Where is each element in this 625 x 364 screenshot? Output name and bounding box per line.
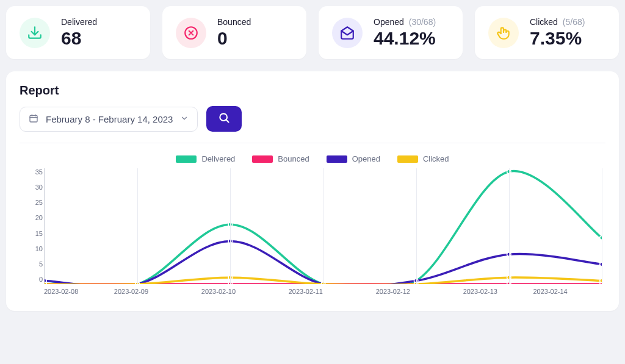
y-tick: 10 [22,245,43,252]
x-tick: 2023-02-14 [533,288,567,295]
y-tick: 15 [22,230,43,237]
search-button[interactable] [206,106,242,132]
stat-opened-label-text: Opened [374,17,404,27]
legend-label-clicked: Clicked [423,154,449,163]
stat-opened-label: Opened (30/68) [374,17,436,27]
x-tick: 2023-02-13 [463,288,497,295]
legend-swatch-bounced [252,155,273,163]
x-tick: 2023-02-10 [201,288,236,295]
stat-card-opened: Opened (30/68) 44.12% [319,6,463,59]
controls-row: February 8 - February 14, 2023 [20,106,605,143]
stat-clicked-label-text: Clicked [530,17,558,27]
stat-opened-paren: (30/68) [409,17,436,27]
calendar-icon [29,113,38,125]
search-icon [218,112,230,126]
gridline [509,168,510,284]
legend-item-clicked[interactable]: Clicked [397,154,449,163]
date-range-text: February 8 - February 14, 2023 [46,114,173,124]
chart-plot [44,168,602,284]
y-axis: 35302520151050 [22,168,43,283]
data-point [45,282,46,284]
legend-label-opened: Opened [352,154,380,163]
x-axis: 2023-02-082023-02-092023-02-102023-02-11… [44,288,602,295]
gridline [323,168,324,284]
chart-legend: Delivered Bounced Opened Clicked [20,154,605,163]
gridline [230,168,231,284]
stat-bounced-value: 0 [217,28,251,48]
legend-swatch-opened [327,155,347,163]
stat-clicked-paren: (5/68) [563,17,585,27]
opened-icon [332,18,363,48]
report-title: Report [20,84,605,98]
x-tick: 2023-02-12 [376,288,410,295]
y-tick: 25 [22,199,43,206]
y-tick: 35 [22,168,43,176]
stat-bounced-label: Bounced [217,17,251,27]
legend-item-delivered[interactable]: Delivered [176,154,235,163]
clicked-icon [488,18,519,48]
x-tick: 2023-02-11 [289,288,323,295]
stat-delivered-label: Delivered [61,17,97,27]
gridline [602,168,602,284]
y-tick: 30 [22,184,43,191]
bounced-icon [176,18,206,48]
chart-area: 35302520151050 2023-02-082023-02-092023-… [44,168,602,295]
x-tick: 2023-02-09 [114,288,148,295]
stat-clicked-label: Clicked (5/68) [530,17,585,27]
delivered-icon [20,18,50,48]
legend-label-delivered: Delivered [201,154,235,163]
date-range-picker[interactable]: February 8 - February 14, 2023 [20,107,198,132]
chart: Delivered Bounced Opened Clicked 3530252… [20,154,605,295]
stat-card-clicked: Clicked (5/68) 7.35% [475,6,619,59]
stats-row: Delivered 68 Bounced 0 Opened (30/68) 44… [0,0,625,65]
stat-card-delivered: Delivered 68 [6,6,150,59]
y-tick: 20 [22,214,43,221]
report-card: Report February 8 - February 14, 2023 De… [6,71,619,311]
gridline [137,168,138,284]
chevron-down-icon [180,114,189,124]
stat-clicked-value: 7.35% [530,28,585,48]
y-tick: 5 [22,260,43,268]
stat-delivered-value: 68 [61,28,97,48]
stat-opened-value: 44.12% [374,28,436,48]
legend-item-bounced[interactable]: Bounced [252,154,309,163]
legend-label-bounced: Bounced [278,154,309,163]
stat-card-bounced: Bounced 0 [162,6,306,59]
y-tick: 0 [22,276,43,283]
legend-swatch-delivered [176,155,197,163]
svg-rect-1 [30,115,37,122]
legend-item-opened[interactable]: Opened [327,154,380,163]
gridline [416,168,417,284]
legend-swatch-clicked [397,155,418,163]
x-tick: 2023-02-08 [44,288,78,295]
